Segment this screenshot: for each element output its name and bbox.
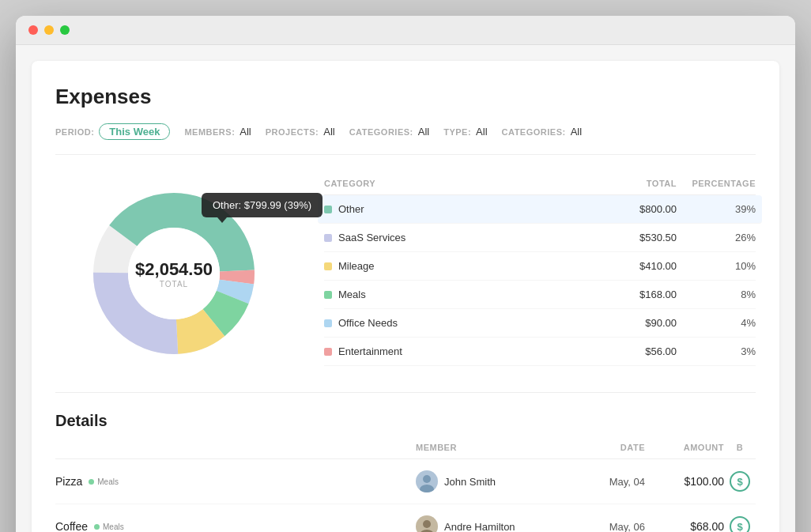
page-title: Expenses: [55, 85, 756, 109]
filter-categories-1-value[interactable]: All: [418, 126, 429, 138]
filter-categories-2-label: CATEGORIES:: [502, 127, 566, 137]
avatar-andre-hamilton: [416, 515, 438, 532]
legend-category-office: Office Needs: [324, 317, 598, 329]
legend-header: CATEGORY TOTAL PERCENTAGE: [324, 179, 756, 195]
detail-tag-pizza: Meals: [89, 477, 119, 486]
dollar-sign-coffee[interactable]: $: [730, 516, 750, 532]
svg-point-2: [420, 485, 434, 492]
detail-icon-pizza[interactable]: $: [724, 471, 756, 492]
detail-icon-coffee[interactable]: $: [724, 516, 756, 532]
legend-row-meals[interactable]: Meals $168.00 8%: [324, 281, 756, 309]
tag-dot-coffee: [94, 524, 100, 530]
avatar-john-smith: [416, 470, 438, 492]
filter-projects: PROJECTS: All: [266, 126, 335, 138]
dot-saas: [324, 234, 332, 242]
tag-dot-pizza: [89, 479, 94, 485]
legend-col-pct: PERCENTAGE: [677, 179, 756, 188]
detail-date-coffee: May, 06: [558, 521, 645, 533]
detail-row-coffee: Coffee Meals Andre Hamilton Ma: [55, 504, 756, 532]
legend-row-saas[interactable]: SaaS Services $530.50 26%: [324, 224, 756, 252]
donut-chart: Other: $799.99 (39%): [79, 179, 269, 368]
filter-categories-2-value[interactable]: All: [571, 126, 582, 138]
total-label: TOTAL: [135, 280, 213, 289]
legend-category-mileage: Mileage: [324, 260, 598, 272]
filter-members-label: MEMBERS:: [184, 127, 235, 137]
col-b: B: [724, 443, 756, 452]
dot-office: [324, 319, 332, 327]
filter-projects-value[interactable]: All: [323, 126, 334, 138]
legend-category-other: Other: [324, 203, 598, 215]
app-window: Expenses PERIOD: This Week MEMBERS: All …: [16, 16, 795, 532]
filter-projects-label: PROJECTS:: [266, 127, 319, 137]
detail-member-pizza: John Smith: [416, 470, 558, 492]
detail-date-pizza: May, 04: [558, 476, 645, 488]
legend-category-meals: Meals: [324, 289, 598, 300]
total-amount: $2,054.50: [135, 259, 213, 280]
filter-members: MEMBERS: All: [184, 126, 251, 138]
filter-type: TYPE: All: [443, 126, 487, 138]
dollar-sign-pizza[interactable]: $: [730, 471, 750, 492]
dot-mileage: [324, 262, 332, 270]
legend-category-saas: SaaS Services: [324, 232, 598, 243]
detail-row-pizza: Pizza Meals John Smith May, 04: [55, 459, 756, 504]
minimize-button[interactable]: [44, 25, 54, 35]
maximize-button[interactable]: [60, 25, 70, 35]
filter-bar: PERIOD: This Week MEMBERS: All PROJECTS:…: [55, 123, 756, 155]
donut-center: $2,054.50 TOTAL: [135, 259, 213, 289]
svg-point-3: [423, 520, 431, 528]
filter-categories-1: CATEGORIES: All: [349, 126, 430, 138]
filter-type-label: TYPE:: [443, 127, 471, 137]
chart-area: Other: $799.99 (39%): [55, 179, 292, 368]
filter-period-label: PERIOD:: [55, 127, 94, 137]
titlebar: [16, 16, 795, 45]
legend-row-mileage[interactable]: Mileage $410.00 10%: [324, 252, 756, 281]
col-amount: AMOUNT: [645, 443, 724, 452]
detail-amount-coffee: $68.00: [645, 520, 724, 532]
legend-table: CATEGORY TOTAL PERCENTAGE Other $800.00 …: [324, 179, 756, 368]
details-header: MEMBER DATE AMOUNT B: [55, 443, 756, 459]
col-date: DATE: [558, 443, 645, 452]
col-member: MEMBER: [416, 443, 558, 452]
details-title: Details: [55, 412, 756, 430]
filter-period: PERIOD: This Week: [55, 123, 170, 140]
dot-entertainment: [324, 348, 332, 356]
filter-categories-1-label: CATEGORIES:: [349, 127, 413, 137]
detail-tag-coffee: Meals: [94, 523, 124, 531]
details-section: Details MEMBER DATE AMOUNT B Pizza Meals: [55, 393, 756, 532]
legend-col-total: TOTAL: [598, 179, 677, 188]
svg-point-1: [423, 475, 431, 483]
detail-amount-pizza: $100.00: [645, 475, 724, 488]
close-button[interactable]: [28, 25, 38, 35]
legend-category-entertainment: Entertainment: [324, 345, 598, 357]
legend-col-category: CATEGORY: [324, 179, 598, 188]
dot-other: [324, 206, 332, 213]
detail-name-coffee: Coffee Meals: [55, 520, 416, 532]
legend-row-office[interactable]: Office Needs $90.00 4%: [324, 309, 756, 338]
filter-members-value[interactable]: All: [240, 126, 251, 138]
main-content: Expenses PERIOD: This Week MEMBERS: All …: [32, 61, 779, 532]
legend-row-entertainment[interactable]: Entertainment $56.00 3%: [324, 338, 756, 366]
detail-member-coffee: Andre Hamilton: [416, 515, 558, 532]
dot-meals: [324, 291, 332, 299]
legend-row-other[interactable]: Other $800.00 39%: [318, 195, 762, 224]
filter-type-value[interactable]: All: [476, 126, 487, 138]
filter-period-value[interactable]: This Week: [99, 123, 170, 140]
chart-tooltip: Other: $799.99 (39%): [202, 193, 323, 217]
detail-name-pizza: Pizza Meals: [55, 475, 416, 488]
filter-categories-2: CATEGORIES: All: [502, 126, 583, 138]
chart-section: Other: $799.99 (39%): [55, 155, 756, 393]
